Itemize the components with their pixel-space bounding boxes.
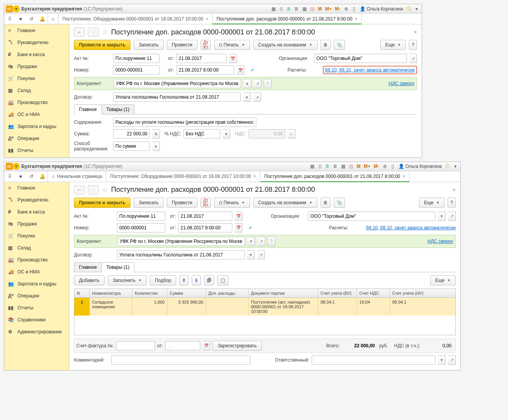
attach-button[interactable]: 📎	[334, 198, 345, 208]
contract-input[interactable]: Уплата госпошлины Госполшлина от 21.08.2…	[113, 92, 241, 102]
zoom-icon[interactable]: ⊕	[381, 163, 388, 170]
close-icon[interactable]: ×	[355, 16, 357, 22]
dropdown-icon[interactable]: ▾	[223, 129, 230, 138]
apps-icon[interactable]: ⠿	[4, 14, 15, 24]
tab-receipt-expenses[interactable]: Поступление доп. расходов 0000-000001 от…	[213, 14, 362, 24]
select-button[interactable]: Подбор	[150, 275, 176, 285]
org-input[interactable]: ООО "Торговый Дом"	[314, 54, 407, 63]
dropdown-icon[interactable]: ▾	[152, 142, 160, 151]
open-icon[interactable]: ↗	[448, 212, 456, 221]
nav-manager[interactable]: 〽Руководителю	[4, 194, 69, 206]
up-button[interactable]: ⬆	[179, 275, 189, 285]
paste-button[interactable]: 📋	[217, 275, 228, 285]
m-icon[interactable]: M	[316, 5, 323, 12]
stepper-icon[interactable]: ⇅	[152, 129, 160, 138]
act-input[interactable]: Пл.поручение 11	[117, 212, 165, 221]
calendar-icon[interactable]: 📅	[237, 65, 244, 75]
nav-prod[interactable]: 🏭Производство	[4, 96, 69, 108]
dropdown-icon[interactable]: ▾	[247, 237, 255, 246]
info-icon[interactable]: ⓘ	[405, 5, 412, 12]
post-button[interactable]: Провести	[167, 40, 197, 50]
nav-ops[interactable]: ДᴷОперации	[4, 132, 69, 144]
open-icon[interactable]: ↗	[253, 92, 261, 102]
comment-input[interactable]	[111, 355, 251, 365]
col-bu[interactable]: Счет учета (БУ)	[318, 289, 357, 297]
nav-prod[interactable]: 🏭Производство	[4, 254, 69, 266]
close-page-icon[interactable]: ×	[453, 187, 456, 193]
nav-purchases[interactable]: 🛒Покупки	[4, 72, 69, 84]
col-sum[interactable]: Сумма	[167, 289, 206, 297]
forward-button[interactable]: →	[88, 27, 99, 37]
mplus-icon[interactable]: M+	[363, 163, 371, 170]
nav-salary[interactable]: 👥Зарплата и кадры	[4, 120, 69, 132]
attach-button[interactable]: 📎	[334, 40, 345, 50]
open-icon[interactable]: ↗	[257, 237, 265, 246]
back-button[interactable]: ←	[74, 185, 85, 195]
bell-icon[interactable]: 🔔	[37, 171, 48, 182]
home-icon[interactable]: ⌂	[48, 14, 58, 24]
col-nds[interactable]: Счет НДС	[357, 289, 390, 297]
method-input[interactable]: По сумме	[113, 142, 150, 151]
table-row[interactable]: 1 Складское помещение 1,000 5 925 960,00…	[74, 298, 455, 316]
post-button[interactable]: Провести	[167, 198, 197, 208]
org-input[interactable]: ООО "Торговый Дом"	[308, 212, 436, 221]
register-button[interactable]: Зарегистрировать	[213, 341, 262, 351]
nav-bank[interactable]: ₽Банк и касса	[4, 206, 69, 218]
tab-main[interactable]: Главное	[74, 104, 102, 114]
calendar-icon[interactable]: ▦	[301, 5, 308, 12]
col-n[interactable]: N	[74, 289, 90, 297]
history-icon[interactable]: ↺	[26, 14, 37, 24]
contragent-input[interactable]: УФК РФ по г. Москве (Управление Россреес…	[113, 79, 241, 88]
open-icon[interactable]: ↗	[448, 355, 456, 365]
print-icon[interactable]: ⎙	[316, 163, 323, 170]
nav-stock[interactable]: ▤Склад	[4, 84, 69, 96]
nav-admin[interactable]: ⚙Администрирование	[4, 326, 69, 338]
col-doc[interactable]: Документ партии	[249, 289, 318, 297]
nav-main[interactable]: ≡Главное	[4, 182, 69, 194]
table-icon[interactable]: ▤	[309, 5, 316, 12]
post-close-button[interactable]: Провести и закрыть	[74, 40, 130, 50]
forward-button[interactable]: →	[88, 185, 99, 195]
nav-ops[interactable]: ДᴷОперации	[4, 290, 69, 302]
table-icon[interactable]: ▤	[347, 163, 354, 170]
help-button[interactable]: ?	[448, 198, 456, 208]
tab-goods[interactable]: Товары (1)	[101, 262, 134, 272]
open-icon[interactable]: ↗	[257, 250, 265, 260]
contract-input[interactable]: Уплата госпошлины Госполшлина от 21.08.2…	[117, 250, 245, 260]
tab-home[interactable]: ⌂Начальная страница	[48, 171, 106, 182]
dropdown-icon[interactable]: ▾	[243, 92, 251, 102]
copy-button[interactable]: 🗐	[204, 275, 214, 285]
responsible-input[interactable]	[312, 355, 436, 365]
nav-reports[interactable]: ▮▮Отчеты	[4, 144, 69, 156]
act-date-input[interactable]: 21.08.2017	[176, 54, 227, 63]
user-menu[interactable]: 👤Ольга Корчагина	[397, 164, 443, 169]
nav-reports[interactable]: ▮▮Отчеты	[4, 302, 69, 314]
save-button[interactable]: Записать	[134, 198, 163, 208]
favorite-icon[interactable]: ☆	[102, 186, 108, 194]
calendar-icon[interactable]: 📅	[235, 212, 242, 221]
help-icon[interactable]: ?	[264, 79, 271, 88]
help-icon[interactable]: ?	[268, 237, 275, 246]
open-icon[interactable]: ↗	[254, 79, 261, 88]
nav-stock[interactable]: ▤Склад	[4, 242, 69, 254]
more-button[interactable]: Еще▼	[380, 40, 406, 50]
check-icon[interactable]: ✔	[247, 224, 254, 231]
help-button[interactable]: ?	[409, 40, 417, 50]
back-button[interactable]: ←	[74, 27, 85, 37]
doc2-icon[interactable]: 🗎	[293, 5, 300, 12]
mminus-icon[interactable]: M-	[333, 5, 342, 12]
act-input[interactable]: Пл.поручение 11	[113, 54, 160, 63]
print-button[interactable]: ⎙Печать▼	[214, 198, 250, 208]
nav-manager[interactable]: 〽Руководителю	[4, 36, 69, 48]
close-icon[interactable]: ×	[206, 16, 208, 22]
invoice-date-input[interactable]: . .	[165, 341, 200, 350]
col-extra[interactable]: Доп. расходы	[206, 289, 249, 297]
nav-purchases[interactable]: 🛒Покупки	[4, 230, 69, 242]
close-page-icon[interactable]: ×	[414, 29, 417, 35]
dropdown-icon[interactable]: ▾	[438, 355, 446, 365]
calc-link[interactable]: 68.10, 68.10, зачет аванса автоматически	[366, 225, 456, 230]
doc-button[interactable]: 🗎	[321, 40, 331, 50]
dropdown-icon[interactable]: ▾	[13, 5, 20, 12]
print-button[interactable]: ⎙Печать▼	[214, 40, 250, 50]
col-qty[interactable]: Количество	[132, 289, 167, 297]
